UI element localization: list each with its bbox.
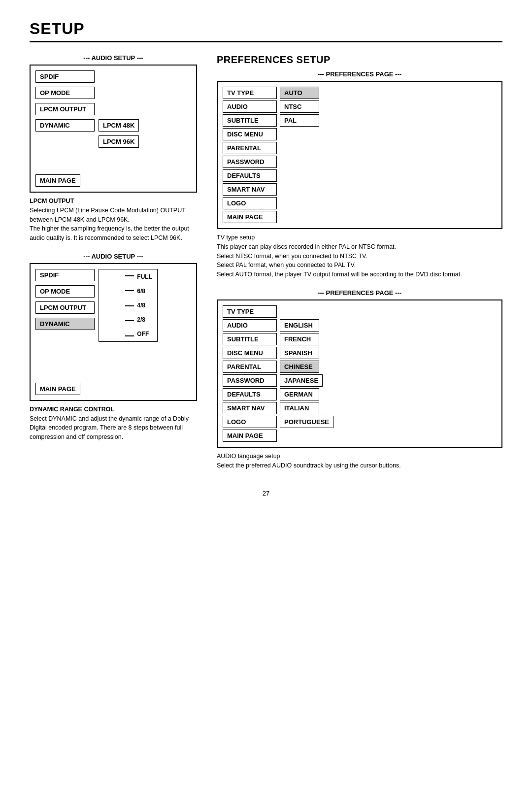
pref2-row-audio: AUDIO ENGLISH [223, 319, 497, 332]
pref2-row-password: PASSWORD JAPANESE [223, 374, 497, 387]
left-column: --- AUDIO SETUP --- SPDIF OP MODE LPCM O… [30, 54, 197, 452]
audio1-dynamic[interactable]: DYNAMIC [35, 119, 95, 132]
pref-row-audio: AUDIO NTSC [223, 100, 497, 113]
right-column: PREFERENCES SETUP --- PREFERENCES PAGE -… [217, 54, 502, 480]
pref2-parental-value[interactable]: CHINESE [280, 361, 319, 373]
pref-box-1: TV TYPE AUTO AUDIO NTSC SUBTITLE PAL DIS… [217, 81, 502, 229]
audio1-op-mode[interactable]: OP MODE [35, 87, 95, 99]
pref2-password-value[interactable]: JAPANESE [280, 374, 323, 387]
pref-smartnav[interactable]: SMART NAV [223, 183, 277, 196]
pref-parental[interactable]: PARENTAL [223, 142, 277, 154]
pref-row-logo: LOGO [223, 197, 497, 209]
pref-audio[interactable]: AUDIO [223, 100, 277, 113]
pref-discmenu[interactable]: DISC MENU [223, 128, 277, 140]
audio-setup-2-box: SPDIF OP MODE LPCM OUTPUT DYNAMIC FULL6/… [30, 263, 197, 401]
pref2-smartnav-value[interactable]: ITALIAN [280, 402, 319, 414]
pref2-row-subtitle: SUBTITLE FRENCH [223, 333, 497, 345]
audio2-dynamic[interactable]: DYNAMIC [35, 318, 95, 330]
pref-row-password: PASSWORD [223, 156, 497, 168]
pref-row-smartnav: SMART NAV [223, 183, 497, 196]
pref2-discmenu[interactable]: DISC MENU [223, 347, 277, 359]
pref2-password[interactable]: PASSWORD [223, 374, 277, 387]
audio1-lpcm-output[interactable]: LPCM OUTPUT [35, 103, 95, 115]
pref-row-defaults: DEFAULTS [223, 169, 497, 182]
audio1-lpcm-48k[interactable]: LPCM 48K [99, 119, 139, 132]
pref-row-mainpage: MAIN PAGE [223, 211, 497, 223]
audio2-main-page[interactable]: MAIN PAGE [35, 383, 80, 395]
pref-defaults[interactable]: DEFAULTS [223, 169, 277, 182]
audio-setup-1-box: SPDIF OP MODE LPCM OUTPUT DYNAMIC LPCM 4… [30, 65, 197, 193]
pref2-mainpage[interactable]: MAIN PAGE [223, 430, 277, 442]
pref-items-2: TV TYPE AUDIO ENGLISH SUBTITLE FRENCH DI… [223, 305, 497, 442]
pref2-row-mainpage: MAIN PAGE [223, 430, 497, 442]
pref2-row-discmenu: DISC MENU SPANISH [223, 347, 497, 359]
audio2-spdif[interactable]: SPDIF [35, 269, 95, 281]
pref-subtitle[interactable]: SUBTITLE [223, 114, 277, 127]
audio2-op-mode[interactable]: OP MODE [35, 285, 95, 298]
pref-logo[interactable]: LOGO [223, 197, 277, 209]
pref-tvtype[interactable]: TV TYPE [223, 87, 277, 99]
pref2-row-tvtype: TV TYPE [223, 305, 497, 318]
pref2-row-defaults: DEFAULTS GERMAN [223, 388, 497, 400]
pref2-audio-value[interactable]: ENGLISH [280, 319, 319, 332]
audio1-spdif[interactable]: SPDIF [35, 70, 95, 83]
pref-row-subtitle: SUBTITLE PAL [223, 114, 497, 127]
pref-row-tvtype: TV TYPE AUTO [223, 87, 497, 99]
pref-row-parental: PARENTAL [223, 142, 497, 154]
pref2-discmenu-value[interactable]: SPANISH [280, 347, 319, 359]
pref-description-2: AUDIO language setup Select the preferre… [217, 452, 502, 470]
pref-row-discmenu: DISC MENU [223, 128, 497, 140]
pref-page-1-header: --- PREFERENCES PAGE --- [217, 70, 502, 78]
pref-description-1: TV type setup This player can play discs… [217, 233, 502, 279]
pref2-defaults-value[interactable]: GERMAN [280, 388, 319, 400]
audio1-main-page[interactable]: MAIN PAGE [35, 174, 80, 187]
pref-mainpage[interactable]: MAIN PAGE [223, 211, 277, 223]
dynamic-range-slider: FULL6/84/82/8OFF [99, 269, 158, 342]
audio1-description: LPCM OUTPUT Selecting LPCM (Line Pause C… [30, 197, 197, 243]
pref2-row-parental: PARENTAL CHINESE [223, 361, 497, 373]
page-title: SETUP [30, 20, 502, 42]
pref2-subtitle[interactable]: SUBTITLE [223, 333, 277, 345]
pref-password[interactable]: PASSWORD [223, 156, 277, 168]
pref2-smartnav[interactable]: SMART NAV [223, 402, 277, 414]
pref-tvtype-value[interactable]: AUTO [280, 87, 319, 99]
pref2-row-smartnav: SMART NAV ITALIAN [223, 402, 497, 414]
pref-subtitle-value[interactable]: PAL [280, 114, 319, 127]
pref2-audio[interactable]: AUDIO [223, 319, 277, 332]
pref2-parental[interactable]: PARENTAL [223, 361, 277, 373]
audio1-lpcm-96k[interactable]: LPCM 96K [99, 135, 139, 148]
pref-items-1: TV TYPE AUTO AUDIO NTSC SUBTITLE PAL DIS… [223, 87, 497, 223]
audio-setup-2-header: --- AUDIO SETUP --- [30, 253, 197, 260]
audio2-lpcm-output[interactable]: LPCM OUTPUT [35, 301, 95, 314]
pref2-tvtype[interactable]: TV TYPE [223, 305, 277, 318]
page-number: 27 [30, 490, 502, 497]
audio-setup-1-header: --- AUDIO SETUP --- [30, 54, 197, 62]
pref2-logo-value[interactable]: PORTUGUESE [280, 416, 333, 428]
pref-page-2-header: --- PREFERENCES PAGE --- [217, 289, 502, 297]
pref2-subtitle-value[interactable]: FRENCH [280, 333, 319, 345]
pref2-defaults[interactable]: DEFAULTS [223, 388, 277, 400]
pref2-row-logo: LOGO PORTUGUESE [223, 416, 497, 428]
preferences-title: PREFERENCES SETUP [217, 54, 502, 66]
pref-box-2: TV TYPE AUDIO ENGLISH SUBTITLE FRENCH DI… [217, 299, 502, 448]
audio2-description: DYNAMIC RANGE CONTROL Select DYNAMIC and… [30, 405, 197, 442]
pref-audio-value[interactable]: NTSC [280, 100, 319, 113]
pref2-logo[interactable]: LOGO [223, 416, 277, 428]
